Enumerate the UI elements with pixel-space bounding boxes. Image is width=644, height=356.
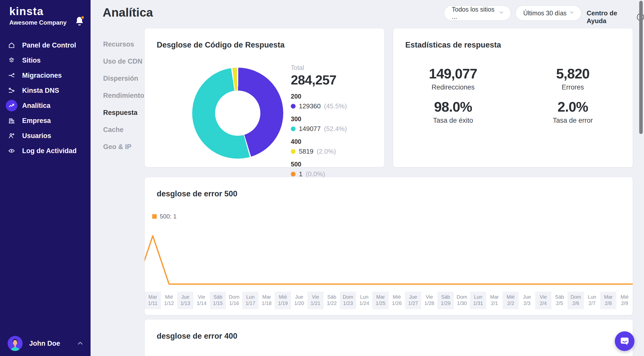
legend-dot-300 [291,126,296,131]
legend-code: 400 [291,138,376,145]
sidebar-item-migraciones[interactable]: Migraciones [0,68,91,83]
sidebar-item-kinsta-dns[interactable]: Kinsta DNS [0,83,91,98]
subnav-item-rendimiento[interactable]: Rendimiento [103,87,143,104]
stat-value: 149,077 [393,66,513,82]
subnav-item-recursos[interactable]: Recursos [103,36,143,53]
stat-label: Tasa de error [513,117,633,124]
company-icon [6,115,17,126]
legend-percent: (45.5%) [324,102,347,110]
x-axis-label: Sáb1/29 [437,292,454,309]
stat-value: 98.0% [393,99,513,115]
sidebar-item-label: Migraciones [22,72,62,79]
sidebar-item-analitica[interactable]: Analítica [0,98,91,113]
legend-group-400: 400 5819 (2.0%) [291,138,376,155]
subnav-item-cache[interactable]: Cache [103,121,143,138]
chat-bubble-icon [619,335,630,347]
x-axis-label: Lun1/24 [356,292,373,309]
subnav-item-uso-de-cdn[interactable]: Uso de CDN [103,53,143,70]
legend-value: 5819 [299,148,313,155]
legend-row: 129360 (45.5%) [291,102,376,110]
legend-group-500: 500 1 (0.0%) [291,161,376,178]
card-title: desglose de error 500 [157,189,237,198]
dns-icon [6,85,17,96]
x-axis-label: Mar2/8 [600,292,617,309]
x-axis-label: Mar2/1 [486,292,503,309]
site-selector-dropdown[interactable]: Todos los sitios ... [444,5,511,21]
sidebar-item-sitios[interactable]: Sitios [0,53,91,68]
home-icon [6,39,17,51]
company-name: Awesome Company [9,19,67,26]
x-axis-label: Mié1/26 [389,292,405,309]
intercom-chat-button[interactable] [615,331,634,351]
subnav-item-respuesta[interactable]: Respuesta [103,104,143,121]
page-title: Analítica [103,6,153,19]
user-menu[interactable]: John Doe [0,331,91,356]
period-selector-dropdown[interactable]: Últimos 30 días [515,5,582,21]
donut-legend: Total 284,257 200 129360 (45.5%) 300 149… [291,64,376,178]
x-axis-label: Dom1/16 [226,292,242,309]
x-axis-label: Sáb1/15 [210,292,226,309]
total-value: 284,257 [291,72,376,87]
x-axis-label: Jue1/13 [177,292,193,309]
sidebar-item-label: Panel de Control [22,41,76,49]
subnav-item-dispersion[interactable]: Dispersión [103,70,143,87]
stat-value: 2.0% [513,99,633,115]
legend-code: 300 [291,115,376,123]
sidebar-item-panel-de-control[interactable]: Panel de Control [0,38,91,53]
response-codes-donut-chart [192,68,283,159]
sidebar-nav: Panel de Control Sitios Migraciones Kins… [0,38,91,158]
chevron-up-icon[interactable] [76,339,84,348]
card-title: desglose de error 400 [157,332,237,341]
stat-value: 5,820 [513,66,633,82]
x-axis-label: Mié2/9 [616,292,633,309]
legend-dot-400 [291,149,296,154]
card-title: Estadísticas de respuesta [405,40,501,50]
stat-error-rate: 2.0% Tasa de error [513,99,633,124]
legend-value: 149077 [299,125,321,133]
sidebar-item-label: Sitios [22,57,41,64]
x-axis-label: Sáb1/22 [324,292,340,309]
legend-percent: (52.4%) [324,125,347,133]
kinsta-logo[interactable]: kinsta [9,5,44,18]
stat-label: Errores [513,83,633,91]
subnav-item-geo-ip[interactable]: Geo & IP [103,138,143,155]
legend-swatch-500 [152,214,157,219]
response-stats-card: Estadísticas de respuesta 149,077 Redire… [393,28,633,167]
response-codes-card: Desglose de Código de Respuesta Total 28… [145,28,384,167]
sites-icon [6,55,17,66]
legend-row: 149077 (52.4%) [291,125,376,133]
sidebar-item-usuarios[interactable]: Usuarios [0,128,91,143]
card-title: Desglose de Código de Respuesta [157,40,285,50]
legend-percent: (2.0%) [317,148,336,155]
error500-card: desglose de error 500 500: 1 Mar1/11Mié1… [145,177,633,315]
site-selector-value: Todos los sitios ... [452,6,498,20]
total-label: Total [291,64,376,71]
x-axis-label: Dom2/6 [568,292,584,309]
legend-dot-500 [291,172,296,176]
vertical-scrollbar[interactable] [639,1,643,134]
sidebar-item-log-de-actividad[interactable]: Log de Actividad [0,143,91,158]
help-center-link[interactable]: Centro de Ayuda [587,9,644,25]
sidebar-item-label: Kinsta DNS [22,87,59,95]
x-axis-label: Lun1/17 [242,292,259,309]
legend-dot-200 [291,104,296,109]
sidebar-item-label: Log de Actividad [22,147,77,155]
notifications-bell-icon[interactable] [73,15,86,28]
legend-label: 500: 1 [160,213,177,220]
sidebar-item-label: Usuarios [22,132,51,140]
add-user-icon [6,130,17,142]
sidebar-item-empresa[interactable]: Empresa [0,113,91,128]
sidebar-item-label: Analítica [22,102,51,110]
mykinsta-analytics-page: { "brand": { "logo_text": "kinsta", "com… [0,0,644,356]
x-axis-label: Mié2/2 [503,292,519,309]
x-axis-label: Sáb2/5 [551,292,568,309]
error500-legend: 500: 1 [152,213,177,220]
x-axis-label: Dom1/30 [454,292,470,309]
migrations-icon [6,70,17,81]
legend-code: 200 [291,93,376,100]
x-axis-label: Vie1/28 [421,292,437,309]
legend-percent: (0.0%) [306,170,325,178]
x-axis-label: Lun2/7 [584,292,600,309]
x-axis-label: Mar1/25 [372,292,389,309]
x-axis-label: Vie2/4 [535,292,551,309]
